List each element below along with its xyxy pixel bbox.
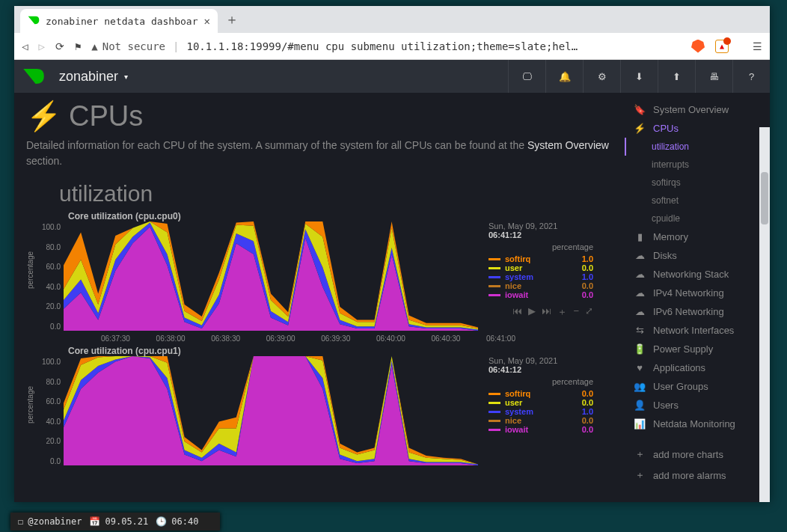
forward-button[interactable]: ▷ <box>38 40 44 52</box>
legend-row-softirq[interactable]: softirq 0.0 <box>489 389 593 398</box>
users-icon: 👤 <box>634 400 646 411</box>
sidebar-item-overview[interactable]: 🔖System Overview <box>623 100 770 119</box>
sidebar-sub-softnet[interactable]: softnet <box>625 192 770 210</box>
plus-icon: ＋ <box>634 447 646 461</box>
legend-row-softirq[interactable]: softirq 1.0 <box>489 254 593 263</box>
legend-row-iowait[interactable]: iowait 0.0 <box>489 290 593 299</box>
chart-ctrl-1[interactable]: ▶ <box>528 305 536 319</box>
caret-down-icon: ▾ <box>124 73 128 81</box>
swatch-icon <box>489 393 500 395</box>
sidebar-item-netstack[interactable]: ☁Networking Stack <box>623 265 770 284</box>
sidebar-item-label: System Overview <box>653 104 729 115</box>
browser-menu-button[interactable]: ☰ <box>753 40 762 52</box>
chart-plot[interactable]: 06:37:3006:38:0006:38:3006:39:0006:39:30… <box>64 221 478 341</box>
sidebar-item-ipv4[interactable]: ☁IPv4 Networking <box>623 284 770 302</box>
chart-title: Core utilization (cpu.cpu1) <box>68 346 611 356</box>
netif-icon: ⇆ <box>634 325 646 336</box>
scrollbar-thumb[interactable] <box>761 172 768 224</box>
legend-row-user[interactable]: user 0.0 <box>489 398 593 407</box>
legend-row-iowait[interactable]: iowait 0.0 <box>489 425 593 434</box>
ugroups-icon: 👥 <box>634 381 646 392</box>
chart-ctrl-0[interactable]: ⏮ <box>512 305 522 319</box>
netdata-app: zonabiner ▾ 🖵🔔⚙⬇⬆🖶? ⚡ CPUs Detailed info… <box>14 60 770 502</box>
sidebar-item-netif[interactable]: ⇆Network Interfaces <box>623 321 770 340</box>
monitor-icon[interactable]: 🖵 <box>508 60 545 93</box>
brave-icon[interactable] <box>691 40 705 53</box>
sidebar-sub-utilization[interactable]: utilization <box>625 138 770 156</box>
legend-timestamp: Sun, May 09, 202106:41:12 <box>489 221 593 239</box>
section-title: utilization <box>59 181 611 207</box>
help-icon[interactable]: ? <box>732 60 770 93</box>
legend-row-system[interactable]: system 1.0 <box>489 272 593 281</box>
legend-row-nice[interactable]: nice 0.0 <box>489 416 593 425</box>
sidebar-item-netdata[interactable]: 📊Netdata Monitoring <box>623 415 770 433</box>
sidebar-sub-cpuidle[interactable]: cpuidle <box>625 210 770 227</box>
memory-icon: ▮ <box>634 231 646 242</box>
download-icon[interactable]: ⬇ <box>620 60 658 93</box>
page-title: ⚡ CPUs <box>26 102 611 130</box>
legend-row-system[interactable]: system 1.0 <box>489 407 593 416</box>
sidebar-item-ipv6[interactable]: ☁IPv6 Networking <box>623 302 770 321</box>
chart-cpu0: Core utilization (cpu.cpu0) percentage 1… <box>26 211 611 341</box>
print-icon[interactable]: 🖶 <box>695 60 732 93</box>
sidebar-action-add-alarms[interactable]: ＋add more alarms <box>623 465 770 486</box>
bell-icon[interactable]: 🔔 <box>545 60 583 93</box>
sidebar-item-disks[interactable]: ☁Disks <box>623 246 770 265</box>
desktop-status-bar: ☐@zonabiner 📅09.05.21 🕒06:40 <box>10 513 220 531</box>
reload-button[interactable]: ⟳ <box>55 40 64 52</box>
sidebar-item-cpus[interactable]: ⚡CPUs <box>623 119 770 138</box>
scrollbar[interactable] <box>759 127 770 502</box>
sidebar-item-label: Disks <box>653 250 677 261</box>
app-header: zonabiner ▾ 🖵🔔⚙⬇⬆🖶? <box>14 60 770 93</box>
chart-title: Core utilization (cpu.cpu0) <box>68 211 611 221</box>
url-separator: | <box>173 40 179 52</box>
status-user: @zonabiner <box>28 516 82 527</box>
sidebar-item-power[interactable]: 🔋Power Supply <box>623 340 770 358</box>
y-axis-label: percentage <box>26 221 37 341</box>
swatch-icon <box>489 402 500 404</box>
sidebar-sub-softirqs[interactable]: softirqs <box>625 174 770 192</box>
sidebar-item-ugroups[interactable]: 👥User Groups <box>623 377 770 396</box>
bolt-icon: ⚡ <box>26 102 61 130</box>
sidebar-sub-interrupts[interactable]: interrupts <box>625 156 770 174</box>
not-secure-label: Not secure <box>102 40 165 52</box>
sidebar-item-label: IPv6 Networking <box>653 306 724 317</box>
chart-ctrl-2[interactable]: ⏭ <box>542 305 551 319</box>
swatch-icon <box>489 420 500 422</box>
chart-ctrl-5[interactable]: ⤢ <box>585 305 593 319</box>
bookmark-button[interactable]: ⚑ <box>75 40 81 52</box>
shield-icon[interactable]: ▲ <box>715 40 729 53</box>
close-tab-icon[interactable]: ✕ <box>204 15 210 27</box>
security-indicator[interactable]: ▲ Not secure <box>91 40 165 52</box>
y-axis-ticks: 100.080.060.040.020.00.0 <box>37 356 64 476</box>
netdata-icon: 📊 <box>634 418 646 429</box>
legend-row-nice[interactable]: nice 0.0 <box>489 281 593 290</box>
tab-strip: zonabiner netdata dashboar ✕ ＋ <box>14 6 770 33</box>
legend-row-user[interactable]: user 0.0 <box>489 263 593 272</box>
chart-ctrl-3[interactable]: ＋ <box>557 305 567 319</box>
chart-ctrl-4[interactable]: − <box>573 305 579 319</box>
sidebar-item-users[interactable]: 👤Users <box>623 396 770 415</box>
address-bar[interactable]: ▲ Not secure | 10.1.1.18:19999/#menu_cpu… <box>91 40 681 52</box>
browser-window: zonabiner netdata dashboar ✕ ＋ ◁ ▷ ⟳ ⚑ ▲… <box>14 6 770 502</box>
gear-icon[interactable]: ⚙ <box>583 60 620 93</box>
overview-link[interactable]: System Overview <box>527 139 609 151</box>
status-time: 06:40 <box>171 516 198 527</box>
main-content[interactable]: ⚡ CPUs Detailed information for each CPU… <box>14 93 623 502</box>
new-tab-button[interactable]: ＋ <box>225 10 239 28</box>
netdata-logo-icon[interactable] <box>19 61 49 91</box>
browser-tab[interactable]: zonabiner netdata dashboar ✕ <box>20 9 218 33</box>
apps-icon: ♥ <box>634 362 646 373</box>
upload-icon[interactable]: ⬆ <box>658 60 695 93</box>
sidebar-action-add-charts[interactable]: ＋add more charts <box>623 444 770 465</box>
cpus-icon: ⚡ <box>634 123 646 134</box>
clock-icon: 🕒 <box>156 516 167 527</box>
chart-plot[interactable] <box>64 356 478 476</box>
hostname-dropdown[interactable]: zonabiner ▾ <box>59 69 128 85</box>
sidebar-item-apps[interactable]: ♥Applications <box>623 358 770 377</box>
disks-icon: ☁ <box>634 250 646 261</box>
sidebar-item-memory[interactable]: ▮Memory <box>623 227 770 246</box>
back-button[interactable]: ◁ <box>22 40 28 52</box>
sidebar-nav[interactable]: 🔖System Overview⚡CPUsutilizationinterrup… <box>623 93 770 502</box>
chart-legend: Sun, May 09, 202106:41:12 percentage sof… <box>489 356 593 476</box>
